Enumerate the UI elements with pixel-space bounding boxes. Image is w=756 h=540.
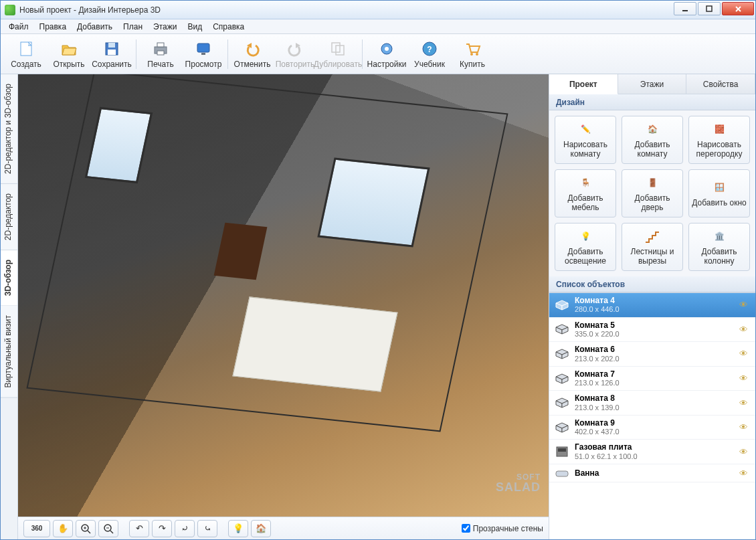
menu-edit[interactable]: Правка (34, 21, 72, 33)
draw-room-button[interactable]: ✏️Нарисовать комнату (555, 116, 616, 164)
menu-floors[interactable]: Этажи (148, 21, 182, 33)
main-toolbar: Создать Открыть Сохранить Печать Просмот… (1, 34, 755, 74)
menu-help[interactable]: Справка (207, 21, 250, 33)
visibility-eye-icon[interactable]: 👁 (739, 447, 750, 457)
minimize-button[interactable] (674, 2, 696, 15)
object-list-item[interactable]: Комната 6213.0 x 202.0👁 (549, 342, 755, 367)
add-door-button[interactable]: 🚪Добавить дверь (622, 169, 683, 217)
object-icon (555, 323, 569, 335)
preview-button[interactable]: Просмотр (182, 36, 225, 72)
tab-3d-view[interactable]: 3D-обзор (1, 250, 17, 306)
separator (136, 39, 136, 69)
menu-file[interactable]: Файл (3, 21, 34, 33)
svg-rect-11 (197, 43, 209, 52)
add-window-button[interactable]: 🪟Добавить окно (688, 169, 750, 217)
object-list-item[interactable]: Комната 5335.0 x 220.0👁 (549, 318, 755, 343)
menu-view[interactable]: Вид (182, 21, 207, 33)
object-list-item[interactable]: Комната 9402.0 x 437.0👁 (549, 416, 755, 440)
viewport: SOFTSALAD 360 ✋ ↶ ↷ ⤾ ⤿ 💡 🏠 Прозрачн (18, 74, 549, 539)
visibility-eye-icon[interactable]: 👁 (739, 349, 750, 359)
transparent-walls-input[interactable] (462, 524, 470, 533)
maximize-button[interactable] (698, 2, 721, 15)
window-title: Новый проект - Дизайн Интерьера 3D (19, 5, 674, 15)
svg-text:?: ? (427, 45, 432, 54)
undo-icon (243, 39, 262, 58)
home-view-button[interactable]: 🏠 (251, 520, 271, 537)
object-list-item[interactable]: Газовая плита51.0 x 62.1 x 100.0👁 (549, 440, 755, 464)
object-list-item[interactable]: Комната 7213.0 x 126.0👁 (549, 367, 755, 391)
visibility-eye-icon[interactable]: 👁 (739, 325, 750, 335)
add-lighting-button[interactable]: 💡Добавить освещение (555, 223, 616, 271)
add-column-button[interactable]: 🏛️Добавить колонну (688, 223, 750, 271)
object-text: Комната 5335.0 x 220.0 (575, 321, 734, 339)
label: Просмотр (185, 60, 222, 69)
print-button[interactable]: Печать (139, 36, 182, 72)
visibility-eye-icon[interactable]: 👁 (739, 422, 750, 432)
object-dimensions: 213.0 x 202.0 (575, 355, 734, 363)
new-file-icon (17, 39, 35, 58)
app-icon (5, 5, 15, 15)
undo-button[interactable]: Отменить (231, 36, 274, 72)
draw-partition-button[interactable]: 🧱Нарисовать перегородку (688, 116, 750, 164)
add-furniture-button[interactable]: 🪑Добавить мебель (555, 169, 616, 217)
visibility-eye-icon[interactable]: 👁 (739, 468, 750, 478)
open-button[interactable]: Открыть (48, 36, 90, 72)
svg-rect-6 (108, 43, 115, 48)
tab-virtual-visit[interactable]: Виртуальный визит (1, 306, 17, 398)
object-icon (555, 422, 569, 434)
object-icon (555, 446, 569, 458)
object-list[interactable]: Комната 4280.0 x 446.0👁Комната 5335.0 x … (549, 292, 755, 539)
svg-rect-49 (558, 448, 566, 452)
object-icon (555, 397, 569, 409)
help-icon: ? (420, 39, 439, 58)
menubar: Файл Правка Добавить План Этажи Вид Спра… (1, 19, 755, 34)
tilt-up-button[interactable]: ⤾ (175, 520, 195, 537)
tab-2d-3d-combo[interactable]: 2D-редактор и 3D-обзор (1, 74, 17, 184)
gear-icon (377, 39, 396, 58)
object-list-item[interactable]: Комната 4280.0 x 446.0👁 (549, 293, 755, 318)
tab-properties[interactable]: Свойства (686, 74, 755, 94)
visibility-eye-icon[interactable]: 👁 (739, 373, 750, 383)
3d-canvas[interactable]: SOFTSALAD (18, 74, 549, 517)
tab-2d-editor[interactable]: 2D-редактор (1, 184, 17, 250)
object-icon (555, 348, 569, 360)
rotate-right-button[interactable]: ↷ (152, 520, 172, 537)
object-list-item[interactable]: Ванна👁 (549, 464, 755, 482)
visibility-eye-icon[interactable]: 👁 (739, 398, 750, 408)
lighting-button[interactable]: 💡 (228, 520, 248, 537)
add-room-button[interactable]: 🏠Добавить комнату (622, 116, 683, 164)
tutorial-button[interactable]: ? Учебник (408, 36, 451, 72)
transparent-walls-checkbox[interactable]: Прозрачные стены (462, 524, 543, 533)
label: Открыть (53, 60, 84, 69)
duplicate-button[interactable]: Дублировать (316, 36, 359, 72)
buy-button[interactable]: Купить (451, 36, 494, 72)
visibility-eye-icon[interactable]: 👁 (739, 300, 750, 310)
bed-3d (232, 296, 397, 391)
label: Отменить (234, 60, 271, 69)
close-button[interactable] (722, 2, 754, 15)
settings-button[interactable]: Настройки (365, 36, 408, 72)
bulb-icon: 💡 (576, 228, 595, 246)
zoom-out-button[interactable] (98, 520, 118, 537)
transparent-walls-label: Прозрачные стены (473, 524, 543, 533)
menu-plan[interactable]: План (118, 21, 148, 33)
panorama-360-button[interactable]: 360 (23, 520, 50, 537)
object-dimensions: 402.0 x 437.0 (575, 428, 734, 436)
printer-icon (151, 39, 170, 58)
label: Печать (147, 60, 173, 69)
tab-floors[interactable]: Этажи (618, 74, 687, 94)
svg-point-22 (476, 53, 478, 56)
stairs-button[interactable]: Лестницы и вырезы (622, 223, 683, 271)
rotate-left-button[interactable]: ↶ (129, 520, 149, 537)
create-button[interactable]: Создать (5, 36, 48, 72)
object-dimensions: 335.0 x 220.0 (575, 330, 734, 339)
zoom-in-button[interactable] (76, 520, 96, 537)
object-list-item[interactable]: Комната 8213.0 x 139.0👁 (549, 391, 755, 416)
tab-project[interactable]: Проект (549, 74, 618, 94)
window-icon: 🪟 (710, 179, 729, 197)
menu-add[interactable]: Добавить (72, 21, 118, 33)
tilt-down-button[interactable]: ⤿ (197, 520, 217, 537)
redo-button[interactable]: Повторить (274, 36, 316, 72)
save-button[interactable]: Сохранить (90, 36, 133, 72)
pan-button[interactable]: ✋ (53, 520, 73, 537)
